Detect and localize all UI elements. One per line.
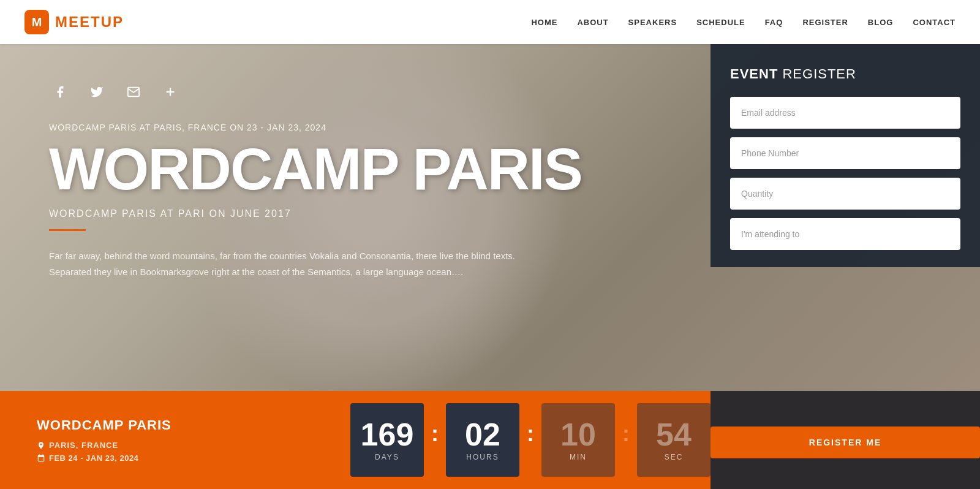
quantity-input[interactable] [730, 178, 960, 210]
countdown-mins: 10 MIN [541, 403, 615, 477]
hero-subtitle: WORDCAMP PARIS AT PARI ON JUNE 2017 [49, 208, 588, 219]
nav-link-about[interactable]: ABOUT [577, 18, 608, 27]
event-meta: WORDCAMP PARIS AT PARIS, FRANCE ON 23 - … [49, 123, 588, 132]
hero-divider [49, 229, 86, 231]
nav-link-schedule[interactable]: SCHEDULE [696, 18, 745, 27]
countdown-days: 169 DAYS [350, 403, 424, 477]
register-panel: EVENT REGISTER [710, 44, 980, 267]
register-form [730, 97, 960, 250]
logo-icon: M [24, 10, 49, 34]
countdown-sep-2: : [519, 421, 541, 447]
facebook-icon[interactable] [49, 81, 71, 103]
countdown-sep-3: : [615, 421, 637, 447]
nav-link-contact[interactable]: CONTACT [913, 18, 956, 27]
countdown-secs: 54 SEC [637, 403, 710, 477]
nav-link-blog[interactable]: BLOG [868, 18, 894, 27]
event-info: WORDCAMP PARIS PARIS, FRANCE FEB 24 - JA… [0, 417, 233, 463]
share-icon[interactable] [159, 81, 181, 103]
register-me-area: REGISTER ME [710, 391, 980, 489]
countdown-sep-1: : [424, 421, 446, 447]
email-icon[interactable] [123, 81, 145, 103]
hero-description: Far far away, behind the word mountains,… [49, 248, 527, 279]
nav-link-register[interactable]: REGISTER [802, 18, 848, 27]
countdown-hours: 02 HOURS [446, 403, 519, 477]
hero-title: WORDCAMP PARIS [49, 140, 588, 199]
attending-input[interactable] [730, 218, 960, 250]
nav-link-faq[interactable]: FAQ [765, 18, 783, 27]
event-date: FEB 24 - JAN 23, 2024 [37, 453, 196, 463]
navbar: M MEETUP HOMEABOUTSPEAKERSSCHEDULEFAQREG… [0, 0, 980, 44]
nav-link-speakers[interactable]: SPEAKERS [628, 18, 677, 27]
register-me-button[interactable]: REGISTER ME [710, 426, 980, 458]
twitter-icon[interactable] [86, 81, 108, 103]
logo-text: MEETUP [55, 13, 124, 31]
register-title: EVENT REGISTER [730, 66, 960, 82]
phone-input[interactable] [730, 137, 960, 169]
event-info-title: WORDCAMP PARIS [37, 417, 196, 433]
nav-link-home[interactable]: HOME [531, 18, 557, 27]
nav-links: HOMEABOUTSPEAKERSSCHEDULEFAQREGISTERBLOG… [531, 17, 956, 28]
social-icons [49, 81, 588, 103]
logo[interactable]: M MEETUP [24, 10, 124, 34]
event-location: PARIS, FRANCE [37, 441, 196, 450]
email-input[interactable] [730, 97, 960, 129]
